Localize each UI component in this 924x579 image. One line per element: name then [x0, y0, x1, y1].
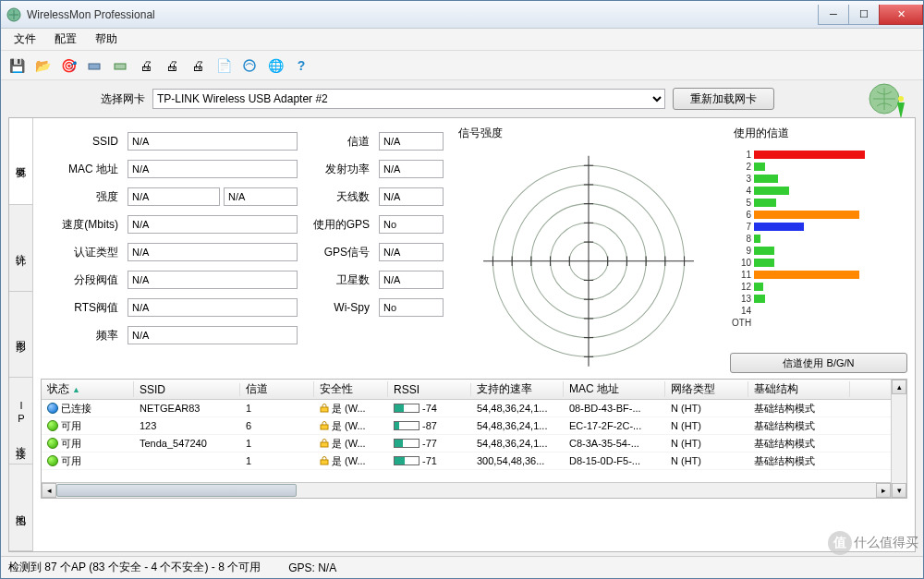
- col-ssid[interactable]: SSID: [134, 383, 240, 396]
- channels-title: 使用的信道: [734, 126, 907, 141]
- app-window: WirelessMon Professional ─ ☐ ✕ 文件 配置 帮助 …: [0, 0, 924, 579]
- globe-icon[interactable]: 🌐: [265, 55, 286, 76]
- target-icon[interactable]: 🎯: [58, 55, 79, 76]
- window-buttons: ─ ☐ ✕: [819, 5, 923, 25]
- lock-icon: [320, 456, 329, 465]
- maximize-button[interactable]: ☐: [848, 5, 880, 25]
- channel-number: 13: [732, 294, 754, 304]
- cell-rssi: -87: [388, 420, 471, 431]
- lock-icon: [320, 421, 329, 430]
- help-icon[interactable]: ?: [291, 55, 311, 76]
- channel-bar: [754, 259, 774, 267]
- channel-bar: [754, 283, 763, 291]
- horizontal-scrollbar[interactable]: ◂ ▸: [42, 482, 891, 498]
- col-status[interactable]: 状态▲: [42, 381, 134, 397]
- col-channel[interactable]: 信道: [240, 381, 314, 397]
- strength-value2: N/A: [224, 187, 298, 206]
- svg-rect-2: [115, 64, 126, 69]
- side-tabs: 概要 统计 图形 IP 连接 地图: [9, 118, 33, 551]
- channel-bar: [754, 223, 804, 231]
- table-row[interactable]: 可用Tenda_5472401 是 (W... -7754,48,36,24,1…: [42, 435, 891, 452]
- channel-bar: [754, 163, 765, 171]
- adapter-select[interactable]: TP-LINK Wireless USB Adapter #2: [152, 89, 665, 109]
- minimize-button[interactable]: ─: [818, 5, 849, 25]
- close-button[interactable]: ✕: [879, 5, 923, 25]
- open-icon[interactable]: 📂: [32, 55, 53, 76]
- channel-bar: [754, 151, 865, 159]
- channel-bar-row: 13: [732, 293, 906, 305]
- col-rates[interactable]: 支持的速率: [471, 381, 564, 397]
- channel-bar: [754, 235, 760, 243]
- lock-icon: [320, 404, 329, 413]
- ssid-value: N/A: [128, 132, 298, 151]
- adapter2-icon[interactable]: [110, 55, 130, 76]
- col-infra[interactable]: 基础结构: [748, 381, 850, 397]
- channel-mode-button[interactable]: 信道使用 B/G/N: [730, 353, 907, 373]
- channel-number: 4: [732, 186, 754, 196]
- svg-rect-34: [321, 425, 328, 429]
- scroll-thumb[interactable]: [56, 484, 297, 497]
- field-grid: SSID N/A 信道 N/A MAC 地址 N/A 发射功率 N/A 强度 N…: [41, 124, 447, 373]
- cell-infra: 基础结构模式: [748, 402, 850, 416]
- scroll-right-icon[interactable]: ▸: [876, 483, 891, 498]
- ssid-label: SSID: [41, 135, 124, 148]
- channel-number: 2: [732, 162, 754, 172]
- cell-rssi: -74: [388, 403, 471, 414]
- channel-bar: [754, 199, 776, 207]
- cell-channel: 6: [240, 420, 314, 431]
- vertical-scrollbar[interactable]: ▴ ▾: [891, 380, 906, 498]
- tab-map[interactable]: 地图: [9, 464, 32, 551]
- status-text: 可用: [61, 437, 81, 451]
- frag-value: N/A: [128, 271, 298, 289]
- cell-rssi: -71: [388, 455, 471, 466]
- cell-infra: 基础结构模式: [748, 419, 850, 433]
- col-rssi[interactable]: RSSI: [388, 383, 471, 396]
- txpower-value: N/A: [379, 160, 444, 178]
- svg-rect-36: [321, 460, 328, 464]
- print1-icon[interactable]: 🖨: [136, 55, 156, 76]
- table-row[interactable]: 可用1236 是 (W... -8754,48,36,24,1...EC-17-…: [42, 417, 891, 435]
- cell-nettype: N (HT): [665, 403, 748, 414]
- table-row[interactable]: 已连接NETGEAR831 是 (W... -7454,48,36,24,1..…: [42, 400, 891, 417]
- reload-adapter-button[interactable]: 重新加载网卡: [673, 88, 774, 110]
- scroll-left-icon[interactable]: ◂: [42, 483, 56, 498]
- cell-channel: 1: [240, 455, 314, 466]
- cell-mac: D8-15-0D-F5-...: [564, 455, 665, 466]
- col-nettype[interactable]: 网络类型: [665, 381, 748, 397]
- strength-value1: N/A: [128, 187, 220, 206]
- gpssig-value: N/A: [379, 243, 444, 261]
- antenna-value: N/A: [379, 187, 444, 206]
- cell-nettype: N (HT): [665, 455, 748, 466]
- tab-ipconn[interactable]: IP 连接: [9, 378, 32, 464]
- window-title: WirelessMon Professional: [27, 8, 819, 21]
- status-text: 可用: [61, 454, 81, 468]
- save-icon[interactable]: 💾: [6, 55, 27, 76]
- network-icon[interactable]: [239, 55, 260, 76]
- tab-summary[interactable]: 概要: [9, 118, 32, 205]
- print2-icon[interactable]: 🖨: [162, 55, 182, 76]
- channel-bar-row: OTH: [732, 317, 906, 329]
- adapter-selector-row: 选择网卡 TP-LINK Wireless USB Adapter #2 重新加…: [101, 88, 916, 110]
- list-body: 已连接NETGEAR831 是 (W... -7454,48,36,24,1..…: [42, 400, 891, 482]
- document-icon[interactable]: 📄: [213, 55, 234, 76]
- channel-bar-row: 10: [732, 257, 906, 269]
- cell-ssid: Tenda_547240: [134, 438, 240, 449]
- menu-file[interactable]: 文件: [6, 30, 43, 49]
- tab-graph[interactable]: 图形: [9, 292, 32, 379]
- menu-help[interactable]: 帮助: [88, 30, 125, 49]
- cell-mac: C8-3A-35-54-...: [564, 438, 665, 449]
- tab-stats[interactable]: 统计: [9, 205, 32, 292]
- adapter1-icon[interactable]: [84, 55, 104, 76]
- main-panel: 概要 统计 图形 IP 连接 地图 SSID N/A 信道 N/A MAC 地址…: [8, 117, 916, 552]
- col-security[interactable]: 安全性: [314, 381, 388, 397]
- scroll-down-icon[interactable]: ▾: [892, 483, 906, 498]
- sat-value: N/A: [379, 271, 444, 289]
- table-row[interactable]: 可用1 是 (W... -71300,54,48,36...D8-15-0D-F…: [42, 452, 891, 470]
- menu-config[interactable]: 配置: [47, 30, 84, 49]
- toolbar: 💾 📂 🎯 🖨 🖨 🖨 📄 🌐 ?: [1, 51, 923, 80]
- channel-value: N/A: [379, 132, 444, 151]
- col-mac[interactable]: MAC 地址: [564, 381, 665, 397]
- scroll-up-icon[interactable]: ▴: [892, 380, 906, 394]
- print3-icon[interactable]: 🖨: [188, 55, 208, 76]
- sort-asc-icon: ▲: [72, 385, 80, 394]
